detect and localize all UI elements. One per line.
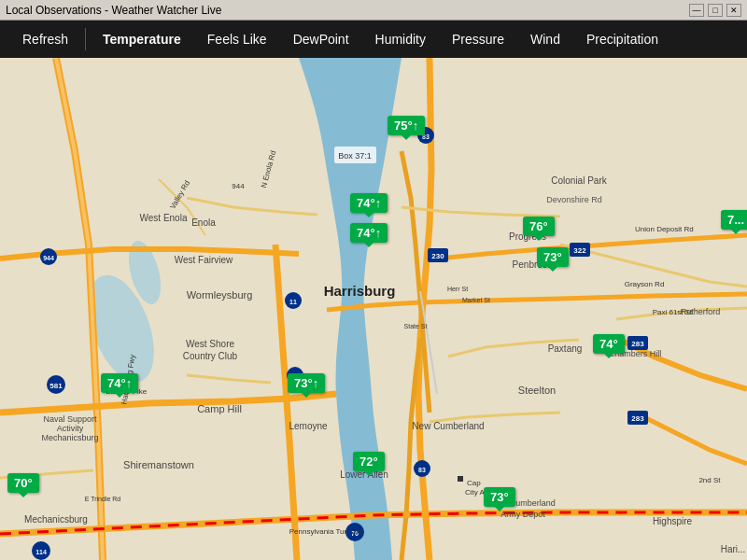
svg-text:Devonshire Rd: Devonshire Rd (546, 195, 602, 204)
svg-text:944: 944 (232, 182, 245, 190)
toolbar-wind[interactable]: Wind (517, 21, 573, 58)
temp-badge-7: 74° (593, 334, 625, 354)
svg-text:Colonial Park: Colonial Park (551, 175, 607, 186)
toolbar-divider (85, 28, 86, 50)
toolbar-precipitation[interactable]: Precipitation (573, 21, 671, 58)
title-bar: Local Observations - Weather Watcher Liv… (0, 0, 747, 21)
svg-text:Pennsylvania Turnpike: Pennsylvania Turnpike (289, 527, 365, 536)
svg-text:Grayson Rd: Grayson Rd (625, 280, 665, 288)
svg-text:Army Depot: Army Depot (500, 510, 545, 519)
svg-text:Mechanicsburg: Mechanicsburg (24, 514, 88, 525)
svg-text:Lemoyne: Lemoyne (289, 421, 328, 431)
temp-badge-9: 73° (484, 487, 515, 507)
toolbar-humidity[interactable]: Humidity (362, 21, 439, 58)
map-svg: 581 944 11 11 83 83 230 322 283 283 76 1… (0, 58, 747, 560)
svg-text:Activity: Activity (57, 424, 84, 433)
svg-text:Paxtang: Paxtang (548, 343, 583, 354)
toolbar-temperature[interactable]: Temperature (90, 21, 194, 58)
maximize-button[interactable]: □ (708, 4, 723, 17)
toolbar-feels-like[interactable]: Feels Like (194, 21, 280, 58)
svg-text:West Fairview: West Fairview (175, 255, 233, 265)
temp-badge-10: 70° (7, 473, 39, 493)
svg-text:Market St: Market St (462, 297, 490, 303)
svg-text:Hari...: Hari... (721, 544, 746, 554)
svg-text:Camp Hill: Camp Hill (197, 403, 242, 414)
toolbar-pressure[interactable]: Pressure (439, 21, 517, 58)
svg-text:Union Deposit Rd: Union Deposit Rd (635, 225, 694, 233)
svg-text:581: 581 (49, 382, 63, 390)
toolbar-refresh[interactable]: Refresh (9, 21, 81, 58)
svg-text:Herr St: Herr St (447, 286, 468, 292)
close-button[interactable]: ✕ (726, 4, 741, 17)
svg-text:Paxi 61st St: Paxi 61st St (653, 308, 693, 316)
svg-text:West Shore: West Shore (186, 339, 234, 349)
svg-text:322: 322 (573, 246, 586, 255)
map-container[interactable]: 581 944 11 11 83 83 230 322 283 283 76 1… (0, 58, 747, 560)
temp-badge-11: 7... (721, 210, 747, 230)
svg-text:Mechanicsburg: Mechanicsburg (41, 433, 98, 442)
svg-text:Highspire: Highspire (653, 516, 693, 526)
svg-text:West Enola: West Enola (140, 213, 188, 223)
temp-badge-2: 74°↑ (350, 223, 388, 243)
svg-text:944: 944 (43, 255, 54, 261)
svg-text:283: 283 (631, 340, 644, 348)
svg-rect-70 (458, 476, 463, 482)
svg-text:State St: State St (404, 323, 428, 329)
temp-badge-8: 72° (353, 452, 385, 471)
svg-text:283: 283 (631, 414, 644, 423)
svg-text:2nd St: 2nd St (698, 476, 721, 484)
temp-badge-4: 73° (537, 247, 569, 267)
svg-text:Country Club: Country Club (183, 351, 238, 361)
toolbar: Refresh Temperature Feels Like DewPoint … (0, 21, 747, 58)
svg-text:Wormleysburg: Wormleysburg (187, 289, 253, 301)
svg-text:114: 114 (35, 549, 47, 555)
svg-text:Naval Support: Naval Support (43, 414, 97, 424)
temp-badge-1: 74°↑ (350, 193, 388, 213)
svg-text:E Trindle Rd: E Trindle Rd (85, 496, 121, 502)
svg-text:Steelton: Steelton (518, 385, 556, 396)
toolbar-dewpoint[interactable]: DewPoint (280, 21, 362, 58)
title-bar-controls: — □ ✕ (689, 4, 741, 17)
svg-text:Enola: Enola (191, 217, 216, 228)
svg-text:Shiremanstown: Shiremanstown (123, 459, 194, 470)
temp-badge-3: 76° (523, 217, 555, 236)
title-bar-text: Local Observations - Weather Watcher Liv… (6, 4, 221, 17)
svg-text:11: 11 (289, 299, 297, 305)
temp-badge-top: 75°↑ (388, 116, 425, 135)
svg-text:83: 83 (418, 467, 426, 473)
svg-text:Cap: Cap (467, 479, 481, 487)
temp-badge-5: 74°↑ (101, 373, 138, 393)
temp-badge-6: 73°↑ (288, 373, 325, 393)
svg-text:230: 230 (431, 252, 444, 260)
svg-text:Box 37:1: Box 37:1 (338, 151, 372, 161)
minimize-button[interactable]: — (689, 4, 704, 17)
svg-text:New Cumberland: New Cumberland (412, 421, 484, 431)
svg-text:Harrisburg: Harrisburg (324, 283, 396, 299)
